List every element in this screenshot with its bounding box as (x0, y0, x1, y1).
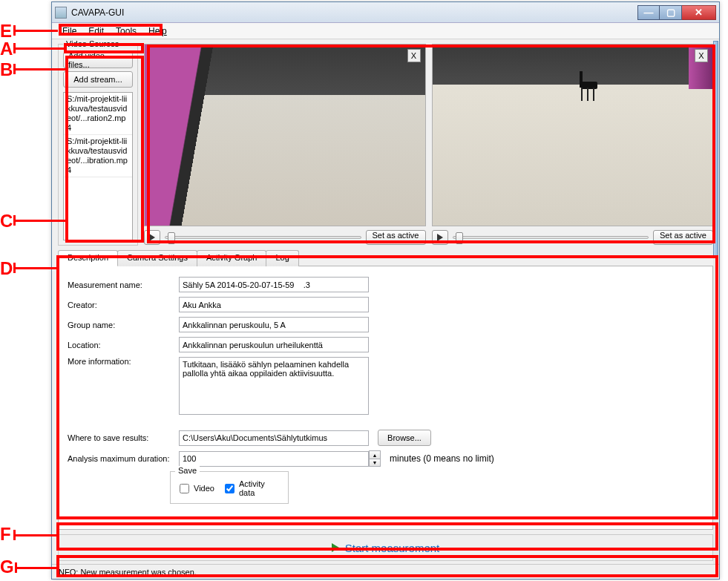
browse-button[interactable]: Browse... (378, 430, 431, 446)
source-item[interactable]: S:/mit-projektit-liikkuva/testausvideot/… (64, 135, 132, 177)
statusbar: INFO: New measurement was chosen. (52, 564, 719, 579)
source-list[interactable]: S:/mit-projektit-liikkuva/testausvideot/… (63, 92, 133, 240)
annot-F: F (0, 524, 11, 545)
save-activity-checkbox[interactable]: Activity data (225, 479, 279, 497)
annot-C: C (0, 211, 13, 232)
video-panel-2: X Set as active (432, 44, 714, 246)
scrollbar-thumb[interactable] (713, 41, 718, 256)
tab-log[interactable]: Log (266, 250, 298, 266)
set-active-button[interactable]: Set as active (366, 230, 426, 245)
vertical-scrollbar[interactable] (713, 41, 718, 564)
save-group: Save Video Activity data (170, 471, 289, 504)
video-sources-title: Video Sources (63, 39, 122, 48)
annot-G: G (0, 557, 14, 577)
play-button[interactable] (144, 230, 160, 245)
save-video-checkbox[interactable]: Video (180, 479, 214, 497)
slider-thumb[interactable] (168, 232, 175, 244)
save-group-title: Save (175, 466, 200, 475)
tabs-panel: Description Camera Settings Activity Gra… (58, 250, 713, 530)
spin-up-icon[interactable]: ▲ (369, 450, 381, 459)
source-item[interactable]: S:/mit-projektit-liikkuva/testausvideot/… (64, 93, 132, 135)
maximize-button[interactable]: ▢ (660, 5, 682, 20)
save-path-field[interactable] (179, 430, 369, 446)
video-frame-1[interactable]: X (144, 44, 426, 226)
spin-down-icon[interactable]: ▼ (369, 459, 381, 467)
activity-checkbox-input[interactable] (225, 484, 235, 493)
creator-field[interactable] (179, 297, 369, 312)
measurement-name-label: Measurement name: (68, 280, 170, 289)
minimize-button[interactable]: — (637, 5, 660, 20)
play-arrow-icon (332, 543, 339, 552)
menu-edit[interactable]: Edit (82, 24, 110, 38)
tab-description[interactable]: Description (58, 250, 118, 266)
app-window: CAVAPA-GUI — ▢ ✕ File Edit Tools Help Vi… (51, 1, 720, 580)
set-active-button[interactable]: Set as active (653, 230, 713, 245)
video-slider[interactable] (165, 236, 361, 239)
location-field[interactable] (179, 337, 369, 352)
menu-tools[interactable]: Tools (110, 24, 142, 38)
add-stream-button[interactable]: Add stream... (63, 71, 133, 88)
window-title: CAVAPA-GUI (71, 7, 637, 18)
measurement-name-field[interactable] (179, 277, 369, 292)
add-video-files-button[interactable]: Add video files... (63, 52, 133, 68)
start-measurement-label: Start measurement (345, 542, 440, 554)
play-button[interactable] (432, 230, 448, 245)
app-icon (55, 7, 67, 19)
tab-body: Measurement name: Creator: Group name: L… (58, 266, 713, 530)
more-info-field[interactable]: Tutkitaan, lisääkö sählyn pelaaminen kah… (179, 357, 369, 415)
location-label: Location: (68, 341, 170, 349)
annot-A: A (0, 39, 13, 59)
group-name-field[interactable] (179, 317, 369, 332)
slider-thumb[interactable] (456, 232, 463, 244)
more-info-label: More information: (68, 357, 170, 366)
annot-D: D (0, 258, 13, 279)
play-icon (437, 234, 443, 241)
status-text: INFO: New measurement was chosen. (56, 568, 197, 577)
menubar: File Edit Tools Help (52, 23, 719, 39)
tab-camera-settings[interactable]: Camera Settings (117, 250, 197, 266)
close-button[interactable]: ✕ (682, 5, 716, 20)
group-name-label: Group name: (68, 321, 170, 329)
save-path-label: Where to save results: (68, 433, 170, 442)
annot-B: B (0, 59, 13, 80)
duration-field[interactable] (179, 451, 369, 467)
close-video-icon[interactable]: X (695, 49, 708, 62)
play-icon (149, 234, 155, 241)
menu-help[interactable]: Help (142, 24, 173, 38)
video-checkbox-input[interactable] (180, 484, 189, 493)
start-measurement-button[interactable]: Start measurement (58, 534, 713, 561)
menu-file[interactable]: File (56, 24, 82, 38)
tab-activity-graph[interactable]: Activity Graph (197, 250, 266, 266)
duration-label: Analysis maximum duration: (68, 454, 170, 463)
creator-label: Creator: (68, 301, 170, 309)
annot-E: E (0, 21, 12, 42)
close-video-icon[interactable]: X (407, 49, 421, 62)
video-slider[interactable] (453, 236, 649, 239)
video-frame-2[interactable]: X (432, 44, 714, 226)
video-sources-panel: Video Sources Add video files... Add str… (58, 44, 138, 246)
video-panel-1: X Set as active (144, 44, 426, 246)
duration-suffix: minutes (0 means no limit) (390, 453, 494, 464)
titlebar[interactable]: CAVAPA-GUI — ▢ ✕ (52, 2, 719, 23)
